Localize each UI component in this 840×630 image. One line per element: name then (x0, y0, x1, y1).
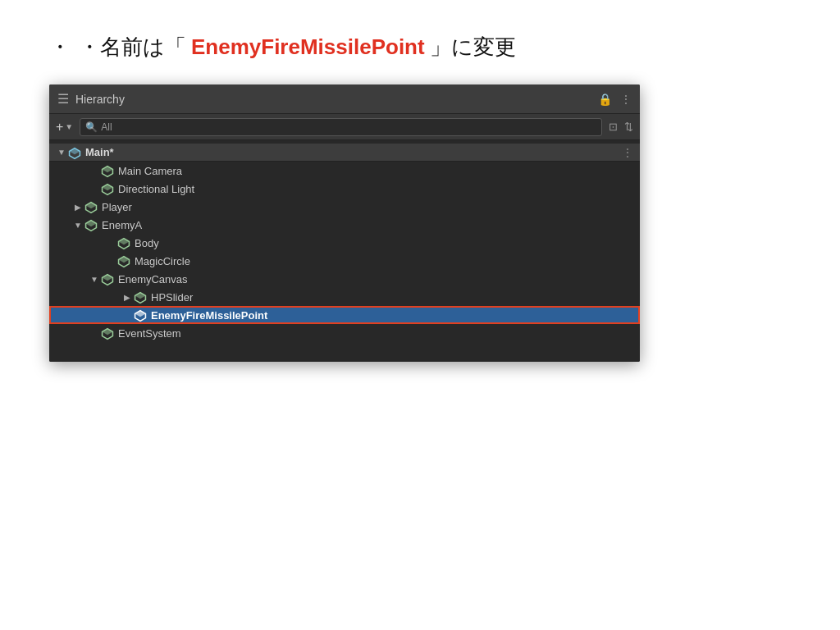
item-label-main: Main* (85, 146, 114, 158)
search-icon: 🔍 (85, 121, 98, 133)
gameobj-icon-magiccircle (116, 254, 131, 267)
svg-marker-9 (86, 221, 97, 227)
gameobj-icon-enemya (84, 218, 98, 231)
svg-marker-19 (135, 311, 146, 317)
item-label-hpslider: HPSlider (151, 291, 193, 304)
tree-item-main-camera[interactable]: Main Camera (49, 162, 640, 180)
toolbar-right-icons: ⊡ ⇅ (609, 121, 633, 133)
gameobj-icon-body (116, 236, 131, 249)
tree-item-body[interactable]: Body (49, 234, 640, 252)
gameobj-icon-directional-light (100, 182, 115, 195)
add-button[interactable]: + ▼ (56, 120, 73, 135)
svg-marker-1 (70, 148, 80, 154)
instruction-suffix: 」に変更 (430, 33, 516, 62)
item-label-player: Player (102, 201, 132, 213)
instruction-highlight: EnemyFireMissilePoint (191, 34, 425, 60)
hierarchy-title: Hierarchy (75, 93, 125, 106)
arrow-enemycanvas (89, 275, 100, 284)
tree-item-enemya[interactable]: EnemyA (49, 216, 640, 234)
item-label-enemyfiremissilepoint: EnemyFireMissilePoint (151, 309, 267, 322)
tree-item-main[interactable]: Main* ⋮ (49, 144, 640, 162)
gameobj-icon-hpslider (133, 290, 148, 304)
tree-item-magiccircle[interactable]: MagicCircle (49, 252, 640, 270)
item-label-directional-light: Directional Light (118, 183, 194, 195)
lock-icon[interactable]: 🔒 (598, 93, 612, 106)
hierarchy-titlebar: ☰ Hierarchy 🔒 ⋮ (49, 84, 640, 114)
svg-marker-5 (103, 185, 113, 191)
hierarchy-list-icon: ☰ (57, 91, 69, 107)
arrow-enemya (72, 221, 84, 230)
item-label-magiccircle: MagicCircle (135, 255, 190, 267)
svg-marker-13 (119, 257, 130, 263)
svg-marker-15 (103, 275, 113, 281)
item-label-main-camera: Main Camera (118, 165, 182, 177)
sort-icon[interactable]: ⇅ (624, 121, 633, 133)
svg-marker-3 (103, 167, 113, 173)
instruction-text: ・ ・名前は「 EnemyFireMissilePoint 」に変更 (49, 33, 516, 62)
gameobj-icon-main-camera (100, 164, 115, 177)
hierarchy-content: Main* ⋮ Main Camera Directio (49, 140, 640, 362)
item-label-enemycanvas: EnemyCanvas (118, 273, 188, 285)
gameobj-icon-eventsystem (100, 326, 115, 340)
tree-item-player[interactable]: Player (49, 198, 640, 216)
svg-marker-11 (119, 239, 130, 245)
tree-item-eventsystem[interactable]: EventSystem (49, 324, 640, 342)
search-box[interactable]: 🔍 All (80, 118, 602, 136)
item-label-enemya: EnemyA (102, 219, 142, 231)
titlebar-left: ☰ Hierarchy (57, 91, 125, 107)
tree-item-directional-light[interactable]: Directional Light (49, 180, 640, 198)
arrow-player (72, 203, 84, 212)
instruction-prefix: ・名前は「 (79, 33, 186, 62)
bullet-point: ・ (49, 33, 71, 62)
svg-marker-7 (86, 203, 97, 209)
titlebar-right: 🔒 ⋮ (598, 93, 632, 106)
add-label: + (56, 120, 63, 135)
more-options-icon[interactable]: ⋮ (620, 93, 632, 106)
search-placeholder: All (101, 121, 112, 133)
add-dropdown-arrow[interactable]: ▼ (65, 122, 73, 131)
svg-marker-17 (135, 293, 146, 299)
arrow-hpslider (121, 293, 133, 302)
gameobj-icon-enemycanvas (100, 272, 115, 285)
gameobj-icon-enemyfiremissilepoint (133, 308, 148, 322)
hierarchy-toolbar: + ▼ 🔍 All ⊡ ⇅ (49, 114, 640, 140)
tree-item-hpslider[interactable]: HPSlider (49, 288, 640, 306)
svg-marker-21 (103, 329, 113, 336)
focus-icon[interactable]: ⊡ (609, 121, 618, 133)
main-more-icon[interactable]: ⋮ (622, 146, 633, 159)
gameobj-icon-player (84, 200, 98, 213)
gameobj-icon-main (67, 146, 82, 159)
item-label-body: Body (135, 237, 159, 249)
unity-hierarchy-window: ☰ Hierarchy 🔒 ⋮ + ▼ 🔍 All ⊡ ⇅ (49, 84, 640, 362)
tree-item-enemyfiremissilepoint[interactable]: EnemyFireMissilePoint (49, 306, 640, 324)
tree-item-enemycanvas[interactable]: EnemyCanvas (49, 270, 640, 288)
arrow-main (56, 148, 67, 157)
hierarchy-footer-space (49, 342, 640, 358)
item-label-eventsystem: EventSystem (118, 327, 181, 340)
